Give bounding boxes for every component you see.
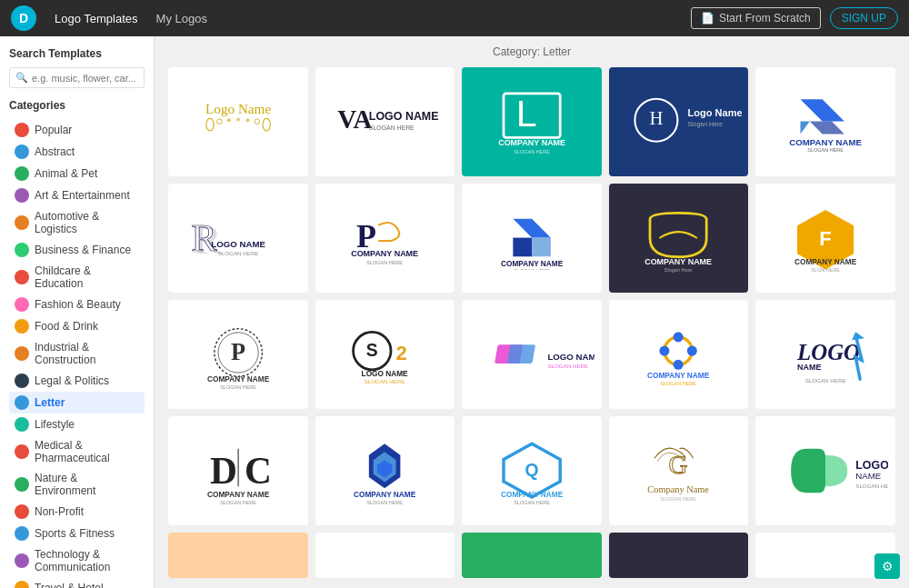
logo-card-4[interactable]: H Logo Name Slogan Here <box>609 67 749 176</box>
svg-text:SLOGAN HERE: SLOGAN HERE <box>366 261 403 266</box>
search-box[interactable]: 🔍 <box>9 67 145 88</box>
sidebar-item-natureenvironment[interactable]: Nature & Environment <box>9 468 145 501</box>
main-layout: Search Templates 🔍 Categories PopularAbs… <box>0 36 909 588</box>
logo-card-21[interactable] <box>168 533 308 578</box>
svg-text:COMPANY NAME: COMPANY NAME <box>498 138 565 147</box>
svg-text:LOGO NAME: LOGO NAME <box>362 369 409 378</box>
svg-text:S: S <box>366 341 378 361</box>
top-navigation: D Logo Templates My Logos 📄 Start From S… <box>0 0 909 36</box>
svg-text:COMPANY NAME: COMPANY NAME <box>351 250 418 259</box>
category-label-text: Animal & Pet <box>35 167 97 180</box>
category-label-text: Technology & Communication <box>35 548 139 573</box>
svg-text:SLOGAN HERE: SLOGAN HERE <box>514 500 550 505</box>
svg-text:Logo Name: Logo Name <box>688 107 742 118</box>
svg-text:COMPANY NAME: COMPANY NAME <box>789 137 862 147</box>
search-input[interactable] <box>32 73 138 84</box>
sidebar-item-popular[interactable]: Popular <box>9 119 145 141</box>
category-icon <box>15 188 29 203</box>
logo-card-7[interactable]: P COMPANY NAME SLOGAN HERE <box>315 184 455 293</box>
search-section-title: Search Templates <box>9 47 145 60</box>
nav-right-actions: 📄 Start From Scratch SIGN UP <box>691 7 898 29</box>
logo-card-20[interactable]: LOGO NAME SLOGAN HERE <box>755 416 895 525</box>
svg-marker-19 <box>801 100 844 122</box>
logo-card-10[interactable]: F COMPANY NAME SLGN HERE <box>755 184 895 293</box>
svg-text:COMPANY NAME: COMPANY NAME <box>207 490 270 499</box>
app-logo[interactable]: D <box>11 5 36 31</box>
svg-point-59 <box>674 333 684 343</box>
svg-text:SLGN HERE: SLGN HERE <box>811 267 840 273</box>
sidebar-item-animalpet[interactable]: Animal & Pet <box>9 163 145 184</box>
sidebar-item-legalpolitics[interactable]: Legal & Politics <box>9 370 145 392</box>
category-label-text: Non-Profit <box>35 505 84 518</box>
category-icon <box>15 123 29 137</box>
svg-point-3 <box>216 119 222 125</box>
sidebar-item-nonprofit[interactable]: Non-Profit <box>9 501 145 523</box>
category-icon <box>15 553 29 568</box>
svg-text:R: R <box>191 216 217 259</box>
logo-card-18[interactable]: Q COMPANY NAME SLOGAN HERE <box>462 416 602 525</box>
svg-text:SLOGAN HERE: SLOGAN HERE <box>369 125 415 131</box>
sidebar-item-artentertainment[interactable]: Art & Entertainment <box>9 184 145 206</box>
start-from-scratch-button[interactable]: 📄 Start From Scratch <box>691 7 821 29</box>
svg-point-4 <box>255 119 260 125</box>
sidebar-item-sportsfitness[interactable]: Sports & Fitness <box>9 523 145 544</box>
svg-marker-20 <box>810 122 844 135</box>
svg-text:SLOGAN HERE: SLOGAN HERE <box>514 268 550 270</box>
logo-card-16[interactable]: D C COMPANY NAME SLOGAN HERE <box>168 416 308 525</box>
svg-text:COMPANY NAME: COMPANY NAME <box>794 257 857 266</box>
logo-card-2[interactable]: VA LOGO NAME SLOGAN HERE <box>315 67 455 176</box>
svg-text:P: P <box>231 339 245 365</box>
logo-card-1[interactable]: Logo Name <box>168 67 308 176</box>
settings-fab[interactable]: ⚙ <box>874 553 900 579</box>
sidebar-item-businessfinance[interactable]: Business & Finance <box>9 239 145 261</box>
category-icon <box>15 215 29 230</box>
sidebar-item-abstract[interactable]: Abstract <box>9 141 145 163</box>
sidebar-item-medicalpharmaceutical[interactable]: Medical & Pharmaceutical <box>9 435 145 468</box>
sidebar-item-travelhotel[interactable]: Travel & Hotel <box>9 577 145 588</box>
category-label-text: Lifestyle <box>35 418 75 431</box>
sidebar-item-automotivelogistics[interactable]: Automotive & Logistics <box>9 206 145 239</box>
svg-text:F: F <box>819 227 832 250</box>
logo-card-17[interactable]: COMPANY NAME SLOGAN HERE <box>315 416 455 525</box>
svg-text:SLOGAN HERE: SLOGAN HERE <box>547 364 588 370</box>
logo-card-9[interactable]: COMPANY NAME Slogan Here <box>609 184 749 293</box>
sidebar-item-childcareeducation[interactable]: Childcare & Education <box>9 261 145 294</box>
svg-text:SLOGAN HERE: SLOGAN HERE <box>805 377 846 384</box>
sign-up-button[interactable]: SIGN UP <box>830 7 898 29</box>
logo-card-14[interactable]: COMPANY NAME SLOGAN HERE <box>609 300 749 409</box>
sidebar-item-industrialconstruction[interactable]: Industrial & Construction <box>9 337 145 370</box>
logo-card-19[interactable]: G Company Name SLOGAN HERE <box>609 416 749 525</box>
category-label-text: Business & Finance <box>35 244 131 256</box>
logo-card-11[interactable]: P COMPANY NAME SLOGAN HERE <box>168 300 308 409</box>
svg-text:COMPANY NAME: COMPANY NAME <box>207 374 270 384</box>
logo-card-24[interactable] <box>609 533 749 578</box>
category-label-text: Travel & Hotel <box>35 582 104 588</box>
svg-text:Q: Q <box>524 460 538 480</box>
sidebar-item-technologycommunication[interactable]: Technology & Communication <box>9 544 145 577</box>
category-label-text: Fashion & Beauty <box>35 298 121 311</box>
sidebar-item-fooddrink[interactable]: Food & Drink <box>9 315 145 337</box>
logo-card-5[interactable]: COMPANY NAME SLOGAN HERE <box>755 67 895 176</box>
svg-point-60 <box>674 360 684 370</box>
logo-card-8[interactable]: COMPANY NAME SLOGAN HERE <box>462 184 602 293</box>
logo-card-6[interactable]: R R LOGO NAME SLOGAN HERE <box>168 184 308 293</box>
nav-link-my-logos[interactable]: My Logos <box>156 12 207 25</box>
category-label-text: Nature & Environment <box>35 472 139 497</box>
category-label-text: Popular <box>35 124 72 136</box>
logo-card-15[interactable]: LOGO NAME SLOGAN HERE <box>755 300 895 409</box>
nav-link-logo-templates[interactable]: Logo Templates <box>55 12 138 25</box>
sidebar-item-letter[interactable]: Letter <box>9 392 145 414</box>
svg-point-6 <box>245 119 249 123</box>
sidebar-item-lifestyle[interactable]: Lifestyle <box>9 414 145 435</box>
logo-card-3[interactable]: L COMPANY NAME SLOGAN HERE <box>462 67 602 176</box>
sidebar: Search Templates 🔍 Categories PopularAbs… <box>0 36 155 588</box>
category-icon <box>15 145 29 159</box>
svg-text:COMPANY NAME: COMPANY NAME <box>645 257 713 266</box>
logo-card-13[interactable]: LOGO NAME SLOGAN HERE <box>462 300 602 409</box>
sidebar-item-fashionbeauty[interactable]: Fashion & Beauty <box>9 294 145 315</box>
logo-card-23[interactable] <box>462 533 602 578</box>
logo-card-22[interactable] <box>315 533 455 578</box>
categories-title: Categories <box>9 99 145 112</box>
logo-card-12[interactable]: S 2 LOGO NAME SLOGAN HERE <box>315 300 455 409</box>
category-icon <box>15 243 29 257</box>
